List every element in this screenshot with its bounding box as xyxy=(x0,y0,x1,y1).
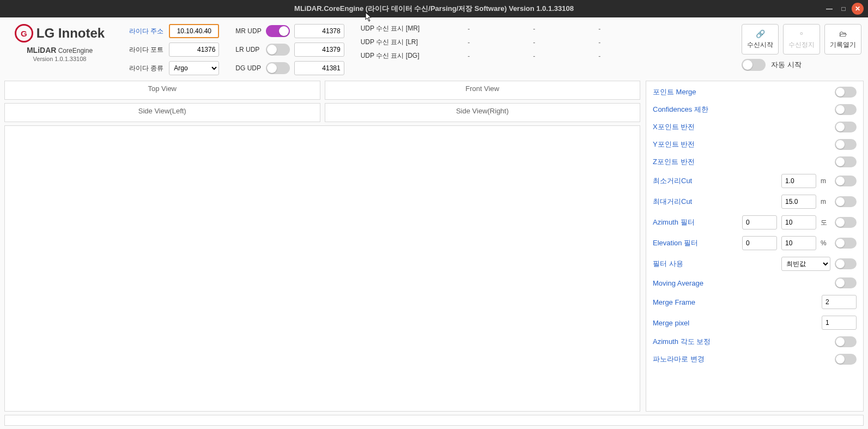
type-select[interactable]: Argo xyxy=(169,61,219,75)
opt-el-a-input[interactable] xyxy=(742,236,777,250)
opt-merge-label: 포인트 Merge xyxy=(653,87,696,97)
type-label: 라이다 종류 xyxy=(129,64,163,73)
top-view-panel: Top View xyxy=(4,81,320,100)
opt-el-b-input[interactable] xyxy=(781,236,816,250)
start-receive-button[interactable]: 🔗수신시작 xyxy=(742,24,779,55)
maximize-button[interactable]: □ xyxy=(837,3,849,15)
folder-icon: 🗁 xyxy=(839,29,847,38)
opt-maxcut-label: 최대거리Cut xyxy=(653,197,692,207)
lr-udp-port[interactable] xyxy=(294,43,344,57)
opt-fuse-select[interactable]: 최빈값 xyxy=(781,257,830,271)
autostart-label: 자동 시작 xyxy=(771,60,802,70)
stop-label: 수신정지 xyxy=(788,40,815,50)
opt-mpixel-label: Merge pixel xyxy=(653,319,689,327)
autostart-toggle[interactable] xyxy=(742,59,766,71)
close-button[interactable]: ✕ xyxy=(852,3,864,15)
titlebar: MLiDAR.CoreEngine (라이다 데이터 수신/Parsing/저장… xyxy=(0,0,868,17)
port-label: 라이다 포트 xyxy=(129,45,163,55)
dg-udp-port[interactable] xyxy=(294,61,344,75)
opt-mincut-label: 최소거리Cut xyxy=(653,176,692,186)
opt-zflip-toggle[interactable] xyxy=(835,156,857,167)
disp-lr-v1: - xyxy=(452,39,485,46)
opt-mframe-input[interactable] xyxy=(822,295,857,309)
opt-xflip-toggle[interactable] xyxy=(835,122,857,132)
disp-dg-v2: - xyxy=(518,52,550,60)
opt-yflip-label: Y포인트 반전 xyxy=(653,140,695,149)
opt-azcorr-label: Azimuth 각도 보정 xyxy=(653,337,711,347)
opt-fuse-toggle[interactable] xyxy=(835,258,857,269)
lr-udp-toggle[interactable] xyxy=(266,44,290,56)
opt-mincut-input[interactable] xyxy=(781,174,816,188)
start-label: 수신시작 xyxy=(747,40,773,50)
opt-mavg-label: Moving Average xyxy=(653,279,703,287)
left-view-label: Side View(Left) xyxy=(5,104,320,118)
config-toolbar: G LG Innotek MLiDAR CoreEngine Version 1… xyxy=(4,21,864,81)
opt-el-toggle[interactable] xyxy=(835,238,857,249)
opt-az-toggle[interactable] xyxy=(835,217,857,228)
opt-zflip-label: Z포인트 반전 xyxy=(653,157,695,167)
window-title: MLiDAR.CoreEngine (라이다 데이터 수신/Parsing/저장… xyxy=(294,4,574,14)
front-view-label: Front View xyxy=(325,81,640,96)
disp-mr-v2: - xyxy=(518,25,550,33)
right-view-panel: Side View(Right) xyxy=(325,103,641,122)
opt-az-b-input[interactable] xyxy=(781,215,816,229)
options-sidebar: 포인트 Merge Confidences 제한 X포인트 반전 Y포인트 반전… xyxy=(646,81,864,412)
opt-azcorr-toggle[interactable] xyxy=(835,336,857,347)
opt-maxcut-toggle[interactable] xyxy=(835,196,857,207)
opt-az-a-input[interactable] xyxy=(742,215,777,229)
lidar-config: 라이다 주소 라이다 포트 라이다 종류 Argo xyxy=(129,24,219,75)
right-view-label: Side View(Right) xyxy=(325,104,640,118)
mr-udp-port[interactable] xyxy=(294,24,344,38)
unlink-icon: ⚬ xyxy=(798,29,805,38)
disp-mr-v1: - xyxy=(452,25,485,33)
stop-receive-button[interactable]: ⚬수신정지 xyxy=(783,24,820,55)
opt-pano-toggle[interactable] xyxy=(835,354,857,365)
statusbar xyxy=(4,415,864,426)
product-name: MLiDAR xyxy=(27,46,56,55)
disp-mr-label: UDP 수신 표시 [MR] xyxy=(361,24,420,33)
top-view-label: Top View xyxy=(5,81,320,96)
disp-lr-v2: - xyxy=(518,39,550,46)
opt-maxcut-unit: m xyxy=(821,198,830,206)
addr-input[interactable] xyxy=(169,24,219,38)
opt-conf-toggle[interactable] xyxy=(835,104,857,115)
disp-lr-label: UDP 수신 표시 [LR] xyxy=(361,38,420,47)
log-area[interactable] xyxy=(4,125,640,412)
link-icon: 🔗 xyxy=(756,29,765,38)
open-label: 기록열기 xyxy=(830,40,856,50)
mr-udp-toggle[interactable] xyxy=(266,25,290,37)
opt-maxcut-input[interactable] xyxy=(781,195,816,209)
opt-xflip-label: X포인트 반전 xyxy=(653,122,695,132)
udp-config: MR UDP LR UDP DG UDP xyxy=(235,24,344,75)
front-view-panel: Front View xyxy=(325,81,641,100)
opt-az-label: Azimuth 필터 xyxy=(653,217,695,227)
mr-udp-label: MR UDP xyxy=(235,27,261,35)
version-text: Version 1.0.1.33108 xyxy=(7,56,113,62)
lg-logo-icon: G xyxy=(15,24,33,43)
opt-az-unit: 도 xyxy=(821,218,830,227)
opt-pano-label: 파노라마로 변경 xyxy=(653,354,705,364)
brand-block: G LG Innotek MLiDAR CoreEngine Version 1… xyxy=(7,24,113,62)
opt-mavg-toggle[interactable] xyxy=(835,277,857,288)
lr-udp-label: LR UDP xyxy=(235,46,261,53)
opt-el-label: Elevation 필터 xyxy=(653,238,698,248)
opt-mframe-label: Merge Frame xyxy=(653,298,695,306)
opt-fuse-label: 필터 사용 xyxy=(653,259,683,269)
disp-dg-label: UDP 수신 표시 [DG] xyxy=(361,51,420,61)
disp-lr-v3: - xyxy=(583,39,616,46)
disp-mr-v3: - xyxy=(583,25,616,33)
open-record-button[interactable]: 🗁기록열기 xyxy=(824,24,861,55)
port-input[interactable] xyxy=(169,43,219,57)
opt-conf-label: Confidences 제한 xyxy=(653,105,708,114)
udp-display: UDP 수신 표시 [MR] - - - UDP 수신 표시 [LR] - - … xyxy=(361,24,616,61)
opt-merge-toggle[interactable] xyxy=(835,87,857,98)
opt-mincut-toggle[interactable] xyxy=(835,176,857,186)
left-view-panel: Side View(Left) xyxy=(4,103,320,122)
addr-label: 라이다 주소 xyxy=(129,27,163,36)
minimize-button[interactable]: — xyxy=(823,3,835,15)
disp-dg-v3: - xyxy=(583,52,616,60)
opt-yflip-toggle[interactable] xyxy=(835,139,857,150)
product-subname: CoreEngine xyxy=(58,47,93,55)
opt-mpixel-input[interactable] xyxy=(822,316,857,330)
dg-udp-toggle[interactable] xyxy=(266,62,290,74)
